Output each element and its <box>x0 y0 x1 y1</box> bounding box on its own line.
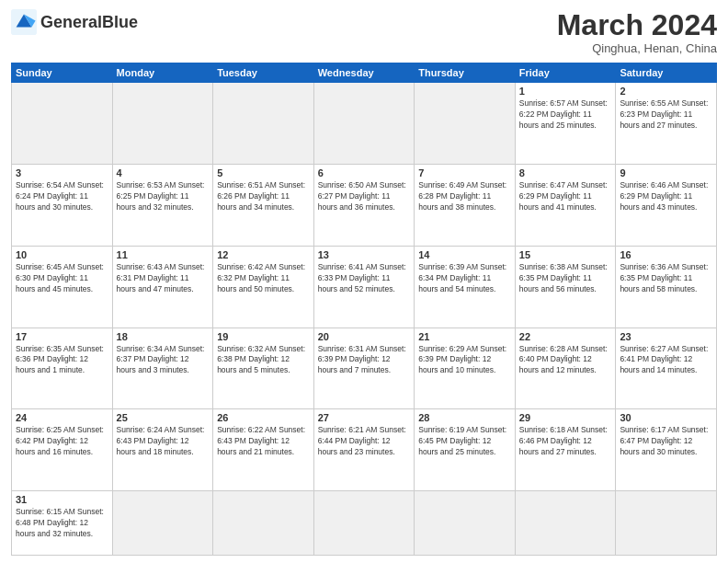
col-tuesday: Tuesday <box>213 63 314 83</box>
month-title: March 2024 <box>557 9 717 41</box>
day-info: Sunrise: 6:22 AM Sunset: 6:43 PM Dayligh… <box>217 425 310 458</box>
calendar-day: 12Sunrise: 6:42 AM Sunset: 6:32 PM Dayli… <box>213 246 314 327</box>
day-info: Sunrise: 6:34 AM Sunset: 6:37 PM Dayligh… <box>117 344 210 377</box>
day-number: 6 <box>318 167 411 178</box>
calendar-week-6: 31Sunrise: 6:15 AM Sunset: 6:48 PM Dayli… <box>12 491 717 556</box>
calendar-day: 7Sunrise: 6:49 AM Sunset: 6:28 PM Daylig… <box>415 164 516 246</box>
col-wednesday: Wednesday <box>313 63 415 83</box>
calendar-day: 16Sunrise: 6:36 AM Sunset: 6:35 PM Dayli… <box>616 246 717 327</box>
col-sunday: Sunday <box>12 63 113 83</box>
col-monday: Monday <box>112 63 213 83</box>
day-info: Sunrise: 6:39 AM Sunset: 6:34 PM Dayligh… <box>418 262 511 295</box>
calendar-day: 11Sunrise: 6:43 AM Sunset: 6:31 PM Dayli… <box>112 246 213 327</box>
day-info: Sunrise: 6:42 AM Sunset: 6:32 PM Dayligh… <box>217 262 310 295</box>
day-info: Sunrise: 6:28 AM Sunset: 6:40 PM Dayligh… <box>519 344 612 377</box>
day-number: 12 <box>217 249 310 260</box>
calendar-day <box>313 491 415 556</box>
day-info: Sunrise: 6:18 AM Sunset: 6:46 PM Dayligh… <box>519 425 612 458</box>
day-number: 22 <box>519 331 612 342</box>
calendar-day: 31Sunrise: 6:15 AM Sunset: 6:48 PM Dayli… <box>12 491 113 556</box>
day-info: Sunrise: 6:41 AM Sunset: 6:33 PM Dayligh… <box>318 262 411 295</box>
day-info: Sunrise: 6:51 AM Sunset: 6:26 PM Dayligh… <box>217 180 310 213</box>
calendar-day <box>415 491 516 556</box>
calendar-day: 29Sunrise: 6:18 AM Sunset: 6:46 PM Dayli… <box>515 409 616 491</box>
day-number: 21 <box>418 331 511 342</box>
day-info: Sunrise: 6:47 AM Sunset: 6:29 PM Dayligh… <box>519 180 612 213</box>
calendar-week-3: 10Sunrise: 6:45 AM Sunset: 6:30 PM Dayli… <box>12 246 717 327</box>
day-info: Sunrise: 6:29 AM Sunset: 6:39 PM Dayligh… <box>418 344 511 377</box>
calendar-header-row: Sunday Monday Tuesday Wednesday Thursday… <box>12 63 717 83</box>
day-info: Sunrise: 6:57 AM Sunset: 6:22 PM Dayligh… <box>519 98 612 132</box>
calendar-day <box>213 491 314 556</box>
logo-icon <box>11 9 37 35</box>
day-info: Sunrise: 6:53 AM Sunset: 6:25 PM Dayligh… <box>117 180 210 213</box>
day-number: 4 <box>117 167 210 178</box>
calendar-day: 15Sunrise: 6:38 AM Sunset: 6:35 PM Dayli… <box>515 246 616 327</box>
calendar-day <box>313 83 415 165</box>
calendar-week-4: 17Sunrise: 6:35 AM Sunset: 6:36 PM Dayli… <box>12 327 717 409</box>
day-info: Sunrise: 6:19 AM Sunset: 6:45 PM Dayligh… <box>418 425 511 458</box>
day-number: 24 <box>16 412 108 423</box>
day-info: Sunrise: 6:31 AM Sunset: 6:39 PM Dayligh… <box>318 344 411 377</box>
day-number: 31 <box>16 494 108 505</box>
day-info: Sunrise: 6:43 AM Sunset: 6:31 PM Dayligh… <box>117 262 210 295</box>
day-info: Sunrise: 6:35 AM Sunset: 6:36 PM Dayligh… <box>16 344 108 377</box>
col-thursday: Thursday <box>415 63 516 83</box>
calendar-day <box>12 83 113 165</box>
calendar-day: 30Sunrise: 6:17 AM Sunset: 6:47 PM Dayli… <box>616 409 717 491</box>
day-info: Sunrise: 6:24 AM Sunset: 6:43 PM Dayligh… <box>117 425 210 458</box>
day-number: 25 <box>117 412 210 423</box>
day-info: Sunrise: 6:49 AM Sunset: 6:28 PM Dayligh… <box>418 180 511 213</box>
day-info: Sunrise: 6:21 AM Sunset: 6:44 PM Dayligh… <box>318 425 411 458</box>
day-info: Sunrise: 6:32 AM Sunset: 6:38 PM Dayligh… <box>217 344 310 377</box>
calendar-day <box>616 491 717 556</box>
calendar-day: 21Sunrise: 6:29 AM Sunset: 6:39 PM Dayli… <box>415 327 516 409</box>
page: GeneralBlue March 2024 Qinghua, Henan, C… <box>0 0 728 563</box>
day-number: 7 <box>418 167 511 178</box>
calendar-week-5: 24Sunrise: 6:25 AM Sunset: 6:42 PM Dayli… <box>12 409 717 491</box>
day-number: 17 <box>16 331 108 342</box>
calendar-day: 4Sunrise: 6:53 AM Sunset: 6:25 PM Daylig… <box>112 164 213 246</box>
day-number: 23 <box>620 331 712 342</box>
calendar-day <box>112 83 213 165</box>
day-number: 11 <box>117 249 210 260</box>
day-info: Sunrise: 6:17 AM Sunset: 6:47 PM Dayligh… <box>620 425 712 458</box>
calendar-day: 18Sunrise: 6:34 AM Sunset: 6:37 PM Dayli… <box>112 327 213 409</box>
day-number: 3 <box>16 167 108 178</box>
day-number: 9 <box>620 167 712 178</box>
calendar-day: 26Sunrise: 6:22 AM Sunset: 6:43 PM Dayli… <box>213 409 314 491</box>
col-friday: Friday <box>515 63 616 83</box>
day-number: 15 <box>519 249 612 260</box>
col-saturday: Saturday <box>616 63 717 83</box>
day-info: Sunrise: 6:55 AM Sunset: 6:23 PM Dayligh… <box>620 98 712 132</box>
day-info: Sunrise: 6:25 AM Sunset: 6:42 PM Dayligh… <box>16 425 108 458</box>
day-number: 5 <box>217 167 310 178</box>
calendar-day: 23Sunrise: 6:27 AM Sunset: 6:41 PM Dayli… <box>616 327 717 409</box>
header: GeneralBlue March 2024 Qinghua, Henan, C… <box>11 9 717 55</box>
calendar-week-1: 1Sunrise: 6:57 AM Sunset: 6:22 PM Daylig… <box>12 83 717 165</box>
calendar-day: 8Sunrise: 6:47 AM Sunset: 6:29 PM Daylig… <box>515 164 616 246</box>
day-info: Sunrise: 6:27 AM Sunset: 6:41 PM Dayligh… <box>620 344 712 377</box>
calendar-day: 3Sunrise: 6:54 AM Sunset: 6:24 PM Daylig… <box>12 164 113 246</box>
calendar-day: 2Sunrise: 6:55 AM Sunset: 6:23 PM Daylig… <box>616 83 717 165</box>
calendar-day: 1Sunrise: 6:57 AM Sunset: 6:22 PM Daylig… <box>515 83 616 165</box>
day-number: 18 <box>117 331 210 342</box>
title-block: March 2024 Qinghua, Henan, China <box>557 9 717 55</box>
calendar-day: 28Sunrise: 6:19 AM Sunset: 6:45 PM Dayli… <box>415 409 516 491</box>
day-number: 30 <box>620 412 712 423</box>
calendar-day: 9Sunrise: 6:46 AM Sunset: 6:29 PM Daylig… <box>616 164 717 246</box>
calendar-day: 14Sunrise: 6:39 AM Sunset: 6:34 PM Dayli… <box>415 246 516 327</box>
day-number: 16 <box>620 249 712 260</box>
calendar-day: 19Sunrise: 6:32 AM Sunset: 6:38 PM Dayli… <box>213 327 314 409</box>
calendar-day: 5Sunrise: 6:51 AM Sunset: 6:26 PM Daylig… <box>213 164 314 246</box>
calendar-day <box>415 83 516 165</box>
calendar-day: 22Sunrise: 6:28 AM Sunset: 6:40 PM Dayli… <box>515 327 616 409</box>
day-number: 2 <box>620 86 712 97</box>
calendar-day <box>213 83 314 165</box>
day-info: Sunrise: 6:46 AM Sunset: 6:29 PM Dayligh… <box>620 180 712 213</box>
calendar-week-2: 3Sunrise: 6:54 AM Sunset: 6:24 PM Daylig… <box>12 164 717 246</box>
day-info: Sunrise: 6:45 AM Sunset: 6:30 PM Dayligh… <box>16 262 108 295</box>
day-info: Sunrise: 6:54 AM Sunset: 6:24 PM Dayligh… <box>16 180 108 213</box>
calendar-day: 6Sunrise: 6:50 AM Sunset: 6:27 PM Daylig… <box>313 164 415 246</box>
calendar-table: Sunday Monday Tuesday Wednesday Thursday… <box>11 63 717 556</box>
